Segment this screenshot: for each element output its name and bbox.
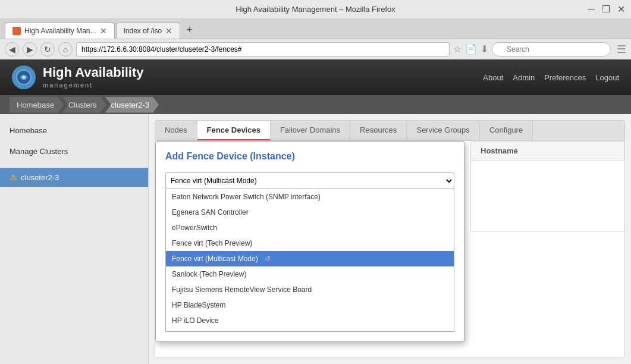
nav-preferences[interactable]: Preferences [544, 73, 586, 82]
minimize-button[interactable]: ─ [588, 5, 595, 14]
breadcrumb-homebase[interactable]: Homebase [10, 97, 64, 113]
tab-favicon-1 [12, 27, 21, 35]
breadcrumb-clusters[interactable]: Clusters [62, 97, 106, 113]
browser-title-bar: High Availability Management – Mozilla F… [0, 0, 631, 19]
app-container: High Availability management About Admin… [0, 59, 631, 364]
address-bar: ◀ ▶ ↻ ⌂ ☆ 📄 ⬇ 🔍 ☰ [0, 39, 631, 59]
tab-failover-domains[interactable]: Failover Domains [271, 121, 350, 140]
dropdown-item-egenera[interactable]: Egenera SAN Controller [166, 205, 454, 220]
logo-svg [15, 69, 32, 86]
main-content: Homebase Manage Clusters ⚠ cluseter2-3 N… [0, 114, 631, 364]
modal-body: -- Select a Fence Device --Eaton Network… [156, 168, 464, 341]
fence-virt-multicast-label: Fence virt (Multicast Mode) [172, 255, 258, 263]
restore-button[interactable]: ❒ [602, 5, 610, 14]
nav-admin[interactable]: Admin [513, 73, 535, 82]
svg-point-1 [22, 76, 26, 79]
tab-label-1: High Availability Man... [24, 27, 96, 35]
tab-close-1[interactable]: ✕ [100, 26, 107, 36]
content-body: Add Fence Device (Instance) -- Select a … [155, 141, 624, 357]
logo-icon [12, 65, 36, 89]
hostname-panel: Hostname [470, 141, 624, 232]
dropdown-item-hp-ilo2[interactable]: HP iLO2 Device [166, 328, 454, 332]
browser-title: High Availability Management – Mozilla F… [236, 5, 395, 14]
app-subtitle: management [43, 81, 93, 89]
refresh-button[interactable]: ↻ [40, 42, 55, 57]
tab-service-groups[interactable]: Service Groups [407, 121, 480, 140]
app-title-text: High Availability management [43, 65, 144, 89]
breadcrumb-bar: Homebase Clusters cluseter2-3 [0, 95, 631, 114]
app-header: High Availability management About Admin… [0, 59, 631, 95]
search-input[interactable] [492, 42, 611, 57]
sidebar-item-homebase[interactable]: Homebase [0, 120, 148, 141]
dropdown-item-fence-virt-multicast[interactable]: Fence virt (Multicast Mode) ↺ [166, 251, 454, 266]
dropdown-item-sanlock[interactable]: Sanlock (Tech Preview) [166, 266, 454, 282]
tab-resources[interactable]: Resources [350, 121, 407, 140]
fence-device-select[interactable]: -- Select a Fence Device --Eaton Network… [165, 172, 454, 189]
tab-nodes[interactable]: Nodes [155, 121, 197, 140]
app-nav-links: About Admin Preferences Logout [483, 73, 619, 82]
back-button[interactable]: ◀ [5, 42, 19, 57]
content-tabs: Nodes Fence Devices Failover Domains Res… [155, 121, 624, 141]
nav-about[interactable]: About [483, 73, 503, 82]
nav-logout[interactable]: Logout [595, 73, 619, 82]
window-controls: ─ ❒ ✕ [588, 5, 625, 14]
tab-close-2[interactable]: ✕ [165, 26, 172, 36]
hostname-content [470, 161, 625, 232]
new-tab-button[interactable]: + [181, 21, 197, 39]
app-logo: High Availability management [12, 65, 144, 89]
sidebar-cluster-item[interactable]: ⚠ cluseter2-3 [0, 168, 148, 187]
dropdown-item-epowerswitch[interactable]: ePowerSwitch [166, 220, 454, 236]
bookmark-icon[interactable]: ☆ [453, 43, 462, 55]
hostname-header: Hostname [470, 141, 625, 161]
modal-title: Add Fence Device (Instance) [156, 142, 464, 168]
dropdown-list: Eaton Network Power Switch (SNMP interfa… [165, 189, 454, 332]
menu-icon[interactable]: ☰ [617, 43, 626, 56]
dropdown-item-fence-virt-tech[interactable]: Fence virt (Tech Preview) [166, 236, 454, 251]
cluster-warning-icon: ⚠ [10, 172, 17, 182]
dropdown-item-hp-ilo[interactable]: HP iLO Device [166, 313, 454, 328]
tab-fence-devices[interactable]: Fence Devices [197, 121, 271, 140]
tab-iso[interactable]: Index of /iso ✕ [116, 23, 181, 39]
address-input[interactable] [76, 42, 450, 57]
tab-configure[interactable]: Configure [480, 121, 533, 140]
dropdown-item-hp-blade[interactable]: HP BladeSystem [166, 297, 454, 313]
sidebar: Homebase Manage Clusters ⚠ cluseter2-3 [0, 114, 149, 364]
sidebar-item-manage-clusters[interactable]: Manage Clusters [0, 141, 148, 162]
content-area: Nodes Fence Devices Failover Domains Res… [155, 120, 625, 358]
breadcrumb-cluster-name[interactable]: cluseter2-3 [105, 97, 159, 113]
tab-bar: High Availability Man... ✕ Index of /iso… [0, 19, 631, 39]
tab-ha-management[interactable]: High Availability Man... ✕ [5, 23, 115, 39]
page-icon[interactable]: 📄 [465, 43, 477, 55]
cursor-arrow-icon: ↺ [265, 255, 271, 263]
tab-label-2: Index of /iso [124, 27, 162, 35]
dropdown-item-eaton[interactable]: Eaton Network Power Switch (SNMP interfa… [166, 189, 454, 205]
home-button[interactable]: ⌂ [58, 42, 73, 57]
search-wrapper: 🔍 [492, 42, 611, 57]
forward-button[interactable]: ▶ [23, 42, 37, 57]
select-wrapper: -- Select a Fence Device --Eaton Network… [165, 172, 454, 189]
download-icon[interactable]: ⬇ [481, 43, 488, 55]
dropdown-item-fujitsu[interactable]: Fujitsu Siemens RemoteView Service Board [166, 282, 454, 297]
app-title: High Availability [43, 65, 144, 80]
sidebar-cluster-label: cluseter2-3 [21, 173, 59, 182]
close-button[interactable]: ✕ [617, 5, 625, 14]
modal-box: Add Fence Device (Instance) -- Select a … [155, 141, 464, 342]
